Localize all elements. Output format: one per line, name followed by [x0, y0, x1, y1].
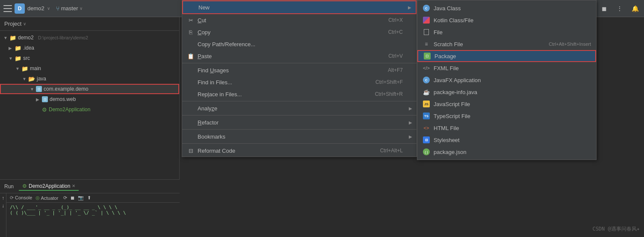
- app-logo: D: [15, 3, 25, 14]
- menu-item-refactor[interactable]: Refactor: [182, 116, 417, 128]
- stop-button[interactable]: ◼: [599, 3, 610, 14]
- submenu-item-java-class[interactable]: C Java Class: [417, 2, 596, 14]
- menu-item-find-usages[interactable]: Find Usages Alt+F7: [182, 64, 417, 76]
- tree-label-demo2: demo2: [18, 35, 34, 41]
- tree-arrow-com-example-demo: ▼: [30, 87, 34, 92]
- menu-item-analyze[interactable]: Analyze: [182, 102, 417, 114]
- stylesheet-icon: ⊟: [422, 136, 430, 144]
- console-label: Console: [15, 195, 32, 200]
- run-panel-tabs: Run ⚙ Demo2Application ✕: [4, 182, 79, 191]
- submenu-item-package-json[interactable]: { } package.json: [417, 146, 596, 158]
- javafx-app-icon: C: [422, 76, 430, 84]
- submenu-label-package-info: package-info.java: [434, 89, 591, 95]
- submenu-item-package[interactable]: ⊡ Package: [417, 50, 596, 62]
- submenu-label-ts-file: TypeScript File: [434, 113, 591, 119]
- refresh-icon[interactable]: ⟳: [63, 195, 67, 201]
- run-panel: Run ⚙ Demo2Application ✕ ↑ ↓ ⟳: [0, 179, 180, 237]
- run-tab-close-icon[interactable]: ✕: [72, 184, 75, 188]
- tree-arrow-demos-web: ▶: [36, 97, 40, 102]
- folder-icon-main: 📁: [21, 65, 28, 72]
- tree-item-demo2[interactable]: ▼ 📁 demo2 D:\project-library\demo2: [0, 33, 179, 43]
- run-tab-demo2app[interactable]: ⚙ Demo2Application ✕: [19, 182, 79, 191]
- run-tab-label: Demo2Application: [29, 183, 70, 189]
- sidebar-dropdown-icon[interactable]: ∨: [23, 21, 26, 26]
- export-icon[interactable]: ⬆: [87, 195, 91, 201]
- tree-item-demo2-app[interactable]: ▶ ⚙ Demo2Application: [0, 104, 179, 115]
- folder-icon-java: 📂: [28, 76, 35, 82]
- branch-section: ⑂ master ∨: [56, 5, 83, 12]
- menu-item-copy[interactable]: ⎘ Copy Ctrl+C: [182, 26, 417, 38]
- more-actions-button[interactable]: ⋮: [614, 3, 625, 14]
- folder-icon-demo2: 📁: [9, 35, 16, 41]
- run-console-area: ⟳ Console ◎ Actuator ⟳ ◼ 📷 ⬆ /\\ / _: [6, 193, 180, 237]
- menu-item-paste[interactable]: 📋 Paste Ctrl+V: [182, 50, 417, 62]
- stop-run-icon[interactable]: ◼: [71, 195, 74, 201]
- branch-dropdown-icon[interactable]: ∨: [80, 6, 83, 11]
- tree-item-com-example-demo[interactable]: ▼ ⊡ com.example.demo: [0, 84, 179, 94]
- submenu-label-js-file: JavaScript File: [434, 101, 591, 107]
- submenu-label-javafx-app: JavaFX Application: [434, 77, 591, 83]
- submenu-item-ts-file[interactable]: TS TypeScript File: [417, 110, 596, 122]
- menu-item-bookmarks[interactable]: Bookmarks: [182, 130, 417, 142]
- submenu-shortcut-scratch-file: Ctrl+Alt+Shift+Insert: [549, 41, 591, 47]
- submenu-label-file: File: [434, 29, 591, 36]
- submenu-item-scratch-file[interactable]: ≡ Scratch File Ctrl+Alt+Shift+Insert: [417, 38, 596, 50]
- project-sidebar: Project ∨ ▼ 📁 demo2 D:\project-library\d…: [0, 17, 180, 237]
- menu-label-bookmarks: Bookmarks: [198, 133, 411, 140]
- submenu-item-stylesheet[interactable]: ⊟ Stylesheet: [417, 134, 596, 146]
- menu-item-new[interactable]: New: [182, 0, 417, 14]
- menu-shortcut-paste: Ctrl+V: [388, 53, 411, 59]
- submenu-item-fxml-file[interactable]: </> FXML File: [417, 62, 596, 74]
- actuator-icon: ◎: [35, 195, 40, 201]
- tree-label-demo2-app: Demo2Application: [49, 107, 90, 113]
- folder-icon-src: 📁: [15, 55, 21, 62]
- menu-label-paste: Paste: [198, 53, 385, 59]
- scratch-file-icon: ≡: [422, 40, 430, 48]
- menu-shortcut-cut: Ctrl+X: [388, 17, 411, 23]
- project-dropdown-icon[interactable]: ∨: [47, 6, 50, 11]
- submenu-item-kotlin-class[interactable]: Kotlin Class/File: [417, 14, 596, 26]
- menu-item-cut[interactable]: ✂ Cut Ctrl+X: [182, 14, 417, 26]
- run-down-button[interactable]: ↓: [2, 203, 4, 209]
- tree-item-idea[interactable]: ▶ 📁 .idea: [0, 43, 179, 53]
- branch-icon: ⑂: [56, 5, 59, 12]
- console-tab[interactable]: ⟳ Console: [10, 195, 32, 201]
- menu-item-reformat[interactable]: ⊟ Reformat Code Ctrl+Alt+L: [182, 145, 417, 157]
- main-layout: Project ∨ ▼ 📁 demo2 D:\project-library\d…: [0, 17, 644, 237]
- menu-shortcut-find-files: Ctrl+Shift+F: [375, 79, 411, 85]
- actuator-tab[interactable]: ◎ Actuator: [35, 195, 58, 201]
- run-toolbar: ↑ ↓: [0, 193, 6, 237]
- menu-label-find-files: Find in Files...: [198, 79, 372, 86]
- submenu-item-js-file[interactable]: JS JavaScript File: [417, 98, 596, 110]
- camera-icon[interactable]: 📷: [78, 195, 84, 201]
- tree-item-demos-web[interactable]: ▶ ⊡ demos.web: [0, 94, 179, 104]
- menu-shortcut-replace-files: Ctrl+Shift+R: [375, 91, 411, 97]
- notifications-button[interactable]: 🔔: [629, 3, 641, 14]
- tree-item-main[interactable]: ▼ 📁 main: [0, 63, 179, 74]
- sidebar-title: Project: [4, 21, 21, 27]
- submenu-item-html-file[interactable]: <> HTML File: [417, 122, 596, 134]
- submenu-item-package-info[interactable]: ☕ package-info.java: [417, 86, 596, 98]
- file-icon: [422, 28, 430, 36]
- menu-item-find-files[interactable]: Find in Files... Ctrl+Shift+F: [182, 76, 417, 88]
- spring-icon-demo2-app: ⚙: [42, 107, 47, 113]
- actuator-label: Actuator: [41, 196, 58, 201]
- menu-item-replace-files[interactable]: Replace in Files... Ctrl+Shift+R: [182, 88, 417, 100]
- kotlin-class-icon: [422, 16, 430, 24]
- submenu-label-scratch-file: Scratch File: [434, 41, 545, 47]
- tree-item-java[interactable]: ▼ 📂 java: [0, 74, 179, 84]
- submenu-label-kotlin-class: Kotlin Class/File: [434, 17, 591, 24]
- svg-rect-0: [423, 17, 430, 24]
- tree-item-src[interactable]: ▼ 📁 src: [0, 53, 179, 63]
- tree-label-idea: .idea: [23, 45, 34, 51]
- run-up-button[interactable]: ↑: [2, 195, 4, 201]
- submenu-item-file[interactable]: File: [417, 26, 596, 38]
- menu-sep-3: [182, 115, 417, 116]
- menu-item-copy-path[interactable]: Copy Path/Reference...: [182, 38, 417, 50]
- submenu-label-fxml-file: FXML File: [434, 65, 591, 71]
- menu-shortcut-reformat: Ctrl+Alt+L: [380, 148, 411, 154]
- submenu-item-javafx-app[interactable]: C JavaFX Application: [417, 74, 596, 86]
- hamburger-menu-icon[interactable]: [3, 5, 12, 12]
- package-info-icon: ☕: [422, 88, 430, 96]
- fxml-file-icon: </>: [422, 64, 430, 72]
